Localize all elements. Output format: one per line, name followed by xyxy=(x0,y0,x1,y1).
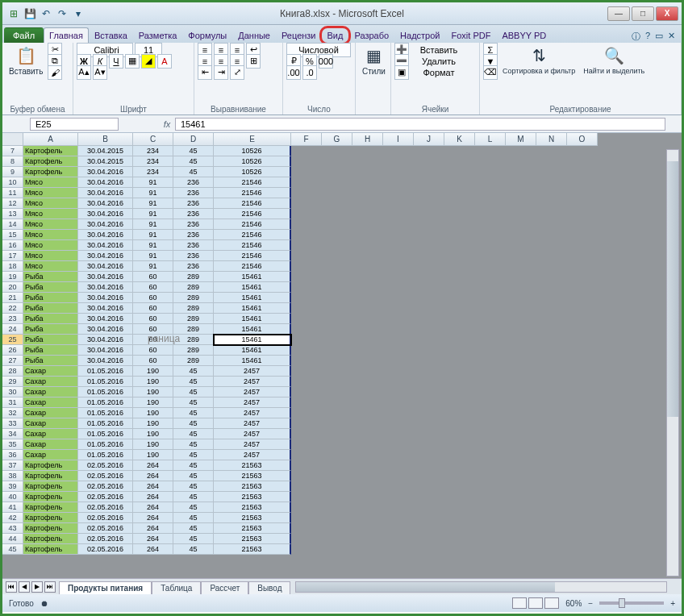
redo-icon[interactable]: ↷ xyxy=(56,7,69,20)
help2-icon[interactable]: ? xyxy=(645,31,650,43)
ribbon-tab-главная[interactable]: Главная xyxy=(44,27,89,43)
zoom-out-button[interactable]: − xyxy=(588,599,593,608)
cell[interactable]: 21563 xyxy=(214,471,291,481)
cell[interactable]: Сахар xyxy=(23,439,78,450)
cell[interactable]: 45 xyxy=(173,146,214,156)
cell[interactable]: 45 xyxy=(173,167,214,177)
cell[interactable]: Мясо xyxy=(23,219,78,230)
ribbon-tab-foxit pdf[interactable]: Foxit PDF xyxy=(446,27,497,43)
font-color-button[interactable]: A xyxy=(157,54,172,69)
cell[interactable]: 21563 xyxy=(214,481,291,492)
styles-button[interactable]: ▦Стили xyxy=(359,44,389,77)
cell[interactable]: 190 xyxy=(133,377,173,387)
col-header-M[interactable]: M xyxy=(506,133,536,146)
cell[interactable]: 21563 xyxy=(214,492,291,502)
cell[interactable]: 21563 xyxy=(214,502,291,513)
cell[interactable]: 21546 xyxy=(214,230,291,240)
cell[interactable]: Картофель xyxy=(23,534,78,544)
row-header[interactable]: 14 xyxy=(2,219,23,230)
cell[interactable]: 190 xyxy=(133,450,173,460)
maximize-button[interactable]: □ xyxy=(632,6,654,21)
col-header-D[interactable]: D xyxy=(173,133,214,146)
cell[interactable]: 45 xyxy=(173,471,214,481)
col-header-K[interactable]: K xyxy=(444,133,475,146)
cell[interactable]: Мясо xyxy=(23,209,78,219)
ribbon-tab-вид[interactable]: Вид xyxy=(322,27,349,43)
row-header[interactable]: 35 xyxy=(2,439,23,450)
cell[interactable]: 236 xyxy=(173,240,214,251)
cell[interactable]: 01.05.2016 xyxy=(78,366,133,377)
find-select-button[interactable]: 🔍Найти и выделить xyxy=(580,44,648,77)
col-header-G[interactable]: G xyxy=(322,133,352,146)
row-header[interactable]: 33 xyxy=(2,418,23,429)
cell[interactable]: Рыба xyxy=(23,272,78,282)
help-icon[interactable]: ⓘ xyxy=(632,31,640,43)
row-header[interactable]: 32 xyxy=(2,408,23,418)
sheet-tab[interactable]: Продукты питания xyxy=(59,581,152,594)
cell[interactable]: 91 xyxy=(133,230,173,240)
row-header[interactable]: 31 xyxy=(2,397,23,408)
cell[interactable]: 45 xyxy=(173,534,214,544)
cell[interactable]: 30.04.2016 xyxy=(78,240,133,251)
ribbon-tab-данные[interactable]: Данные xyxy=(232,27,276,43)
cell[interactable]: 289 xyxy=(173,293,214,303)
orientation-icon[interactable]: ⤢ xyxy=(230,65,244,80)
cell[interactable]: 60 xyxy=(133,314,173,324)
cell[interactable]: 264 xyxy=(133,481,173,492)
cell[interactable]: 264 xyxy=(133,460,173,471)
row-header[interactable]: 19 xyxy=(2,272,23,282)
page-break-view-button[interactable] xyxy=(544,597,559,609)
format-painter-icon[interactable]: 🖌 xyxy=(48,65,62,80)
cell[interactable]: 15461 xyxy=(214,282,291,293)
ribbon-min-icon[interactable]: ▭ xyxy=(655,31,663,43)
merge-icon[interactable]: ⊞ xyxy=(246,54,261,69)
cell[interactable]: 236 xyxy=(173,188,214,198)
cell[interactable]: 289 xyxy=(173,356,214,366)
cell[interactable]: 190 xyxy=(133,439,173,450)
cell[interactable]: 45 xyxy=(173,377,214,387)
zoom-in-button[interactable]: + xyxy=(670,599,675,608)
cell[interactable]: 60 xyxy=(133,335,173,345)
row-header[interactable]: 45 xyxy=(2,544,23,555)
ribbon-tab-abbyy pd[interactable]: ABBYY PD xyxy=(496,27,552,43)
ribbon-tab-надстрой[interactable]: Надстрой xyxy=(394,27,445,43)
cell[interactable]: 91 xyxy=(133,251,173,261)
col-header-O[interactable]: O xyxy=(567,133,598,146)
cell[interactable]: 15461 xyxy=(214,303,291,314)
indent-inc-icon[interactable]: ⇥ xyxy=(214,65,228,80)
cell[interactable]: Картофель xyxy=(23,167,78,177)
row-header[interactable]: 27 xyxy=(2,356,23,366)
cell[interactable]: 91 xyxy=(133,240,173,251)
col-header-I[interactable]: I xyxy=(383,133,414,146)
vertical-scrollbar[interactable] xyxy=(666,149,679,576)
cell[interactable]: 45 xyxy=(173,523,214,534)
cell[interactable]: 45 xyxy=(173,439,214,450)
cell[interactable]: 2457 xyxy=(214,418,291,429)
ribbon-close-icon[interactable]: ✕ xyxy=(668,31,675,43)
cell[interactable]: 01.05.2016 xyxy=(78,408,133,418)
fill-color-button[interactable]: ◢ xyxy=(141,54,156,69)
cell[interactable]: 289 xyxy=(173,272,214,282)
cell[interactable]: 15461 xyxy=(214,345,291,356)
clear-icon[interactable]: ⌫ xyxy=(483,65,498,80)
ribbon-tab-разметка[interactable]: Разметка xyxy=(133,27,183,43)
cell[interactable]: Мясо xyxy=(23,230,78,240)
cell[interactable]: 236 xyxy=(173,209,214,219)
macro-record-icon[interactable]: ⏺ xyxy=(40,599,48,608)
cell[interactable]: 30.04.2015 xyxy=(78,146,133,156)
cell[interactable]: 15461 xyxy=(214,314,291,324)
cell[interactable]: 289 xyxy=(173,314,214,324)
indent-dec-icon[interactable]: ⇤ xyxy=(198,65,212,80)
row-header[interactable]: 8 xyxy=(2,156,23,167)
cell[interactable]: 10526 xyxy=(214,167,291,177)
cell[interactable]: 91 xyxy=(133,261,173,272)
cell[interactable]: 91 xyxy=(133,209,173,219)
cell[interactable]: 264 xyxy=(133,502,173,513)
cell[interactable]: 45 xyxy=(173,450,214,460)
cell[interactable]: 30.04.2016 xyxy=(78,167,133,177)
cell[interactable]: 15461 xyxy=(214,335,291,345)
zoom-slider[interactable] xyxy=(599,601,664,605)
grow-font-icon[interactable]: A▴ xyxy=(77,65,91,80)
cell[interactable]: 45 xyxy=(173,502,214,513)
ribbon-tab-разрабо[interactable]: Разрабо xyxy=(348,27,394,43)
